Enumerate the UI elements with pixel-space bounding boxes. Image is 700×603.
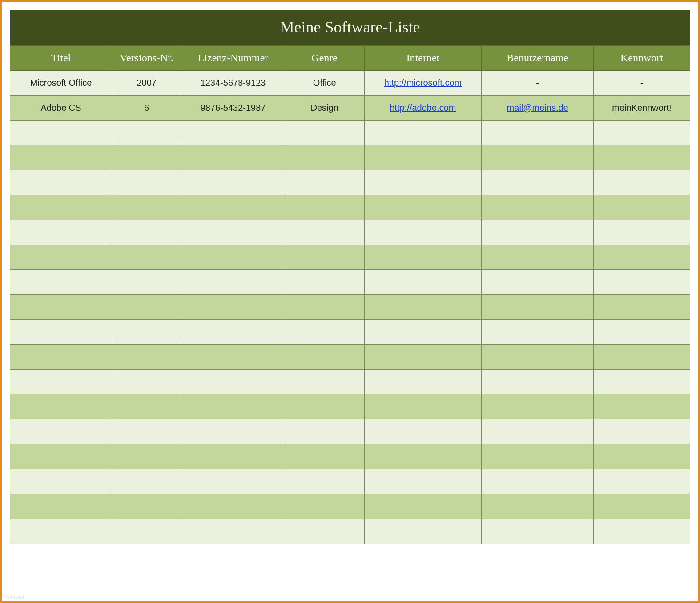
cell-titel[interactable]: [10, 519, 112, 544]
cell-genre[interactable]: [285, 494, 364, 519]
cell-titel[interactable]: [10, 121, 112, 145]
cell-internet[interactable]: [364, 419, 482, 444]
cell-version[interactable]: [112, 270, 181, 295]
cell-kennwort[interactable]: [593, 494, 690, 519]
cell-lizenz[interactable]: [181, 469, 285, 494]
cell-titel[interactable]: [10, 170, 112, 195]
cell-titel[interactable]: [10, 345, 112, 370]
cell-lizenz[interactable]: [181, 494, 285, 519]
cell-version[interactable]: [112, 444, 181, 469]
cell-titel[interactable]: [10, 394, 112, 419]
cell-lizenz[interactable]: [181, 519, 285, 544]
cell-benutzer[interactable]: [482, 444, 594, 469]
cell-benutzer[interactable]: [482, 370, 594, 394]
cell-internet-link[interactable]: http://adobe.com: [390, 103, 456, 113]
cell-internet[interactable]: [364, 295, 482, 320]
cell-version[interactable]: [112, 245, 181, 270]
cell-kennwort[interactable]: [593, 170, 690, 195]
cell-genre[interactable]: [285, 444, 364, 469]
cell-version[interactable]: [112, 469, 181, 494]
cell-version[interactable]: [112, 394, 181, 419]
cell-lizenz[interactable]: [181, 145, 285, 170]
cell-kennwort[interactable]: [593, 145, 690, 170]
cell-internet[interactable]: [364, 145, 482, 170]
cell-lizenz[interactable]: [181, 220, 285, 245]
cell-benutzer[interactable]: [482, 121, 594, 145]
cell-kennwort[interactable]: [593, 245, 690, 270]
cell-lizenz[interactable]: [181, 444, 285, 469]
cell-lizenz[interactable]: [181, 419, 285, 444]
cell-genre[interactable]: [285, 195, 364, 220]
cell-genre[interactable]: [285, 320, 364, 345]
cell-version[interactable]: [112, 370, 181, 394]
cell-kennwort[interactable]: [593, 394, 690, 419]
cell-genre[interactable]: [285, 295, 364, 320]
cell-benutzer[interactable]: [482, 320, 594, 345]
cell-benutzer[interactable]: [482, 220, 594, 245]
cell-genre[interactable]: [285, 270, 364, 295]
cell-titel[interactable]: [10, 494, 112, 519]
cell-version[interactable]: [112, 494, 181, 519]
cell-kennwort[interactable]: [593, 469, 690, 494]
cell-internet[interactable]: [364, 121, 482, 145]
cell-benutzer[interactable]: [482, 245, 594, 270]
cell-kennwort[interactable]: [593, 121, 690, 145]
cell-version[interactable]: [112, 121, 181, 145]
cell-lizenz[interactable]: [181, 295, 285, 320]
cell-benutzer[interactable]: [482, 270, 594, 295]
cell-lizenz[interactable]: [181, 345, 285, 370]
cell-genre[interactable]: [285, 469, 364, 494]
cell-lizenz[interactable]: [181, 370, 285, 394]
cell-genre[interactable]: [285, 170, 364, 195]
cell-lizenz[interactable]: 9876-5432-1987: [181, 96, 285, 121]
cell-version[interactable]: [112, 519, 181, 544]
cell-genre[interactable]: [285, 419, 364, 444]
cell-titel[interactable]: [10, 245, 112, 270]
cell-version[interactable]: 6: [112, 96, 181, 121]
cell-benutzer[interactable]: -: [482, 71, 594, 96]
cell-version[interactable]: [112, 145, 181, 170]
cell-benutzer[interactable]: [482, 519, 594, 544]
cell-benutzer[interactable]: [482, 494, 594, 519]
cell-benutzer[interactable]: [482, 195, 594, 220]
cell-genre[interactable]: [285, 370, 364, 394]
cell-titel[interactable]: [10, 320, 112, 345]
cell-titel[interactable]: [10, 220, 112, 245]
cell-titel[interactable]: [10, 295, 112, 320]
cell-benutzer[interactable]: [482, 145, 594, 170]
cell-lizenz[interactable]: [181, 121, 285, 145]
cell-titel[interactable]: [10, 469, 112, 494]
cell-genre[interactable]: [285, 345, 364, 370]
cell-version[interactable]: [112, 419, 181, 444]
cell-titel[interactable]: Microsoft Office: [10, 71, 112, 96]
cell-internet[interactable]: [364, 195, 482, 220]
cell-internet[interactable]: [364, 519, 482, 544]
cell-internet[interactable]: [364, 370, 482, 394]
cell-benutzer[interactable]: [482, 469, 594, 494]
cell-lizenz[interactable]: [181, 170, 285, 195]
cell-internet[interactable]: [364, 220, 482, 245]
cell-titel[interactable]: [10, 195, 112, 220]
cell-kennwort[interactable]: [593, 519, 690, 544]
cell-internet[interactable]: [364, 245, 482, 270]
cell-kennwort[interactable]: [593, 345, 690, 370]
cell-genre[interactable]: [285, 121, 364, 145]
cell-kennwort[interactable]: [593, 295, 690, 320]
cell-benutzer[interactable]: [482, 394, 594, 419]
cell-benutzer[interactable]: [482, 419, 594, 444]
cell-titel[interactable]: [10, 444, 112, 469]
cell-benutzer-link[interactable]: mail@meins.de: [507, 103, 568, 113]
cell-genre[interactable]: [285, 220, 364, 245]
cell-kennwort[interactable]: [593, 320, 690, 345]
cell-internet-link[interactable]: http://microsoft.com: [384, 78, 462, 88]
cell-version[interactable]: [112, 170, 181, 195]
cell-lizenz[interactable]: [181, 320, 285, 345]
cell-kennwort[interactable]: -: [593, 71, 690, 96]
cell-titel[interactable]: [10, 370, 112, 394]
cell-genre[interactable]: [285, 519, 364, 544]
cell-benutzer[interactable]: [482, 345, 594, 370]
cell-benutzer[interactable]: [482, 170, 594, 195]
cell-genre[interactable]: Design: [285, 96, 364, 121]
cell-genre[interactable]: Office: [285, 71, 364, 96]
cell-version[interactable]: [112, 195, 181, 220]
